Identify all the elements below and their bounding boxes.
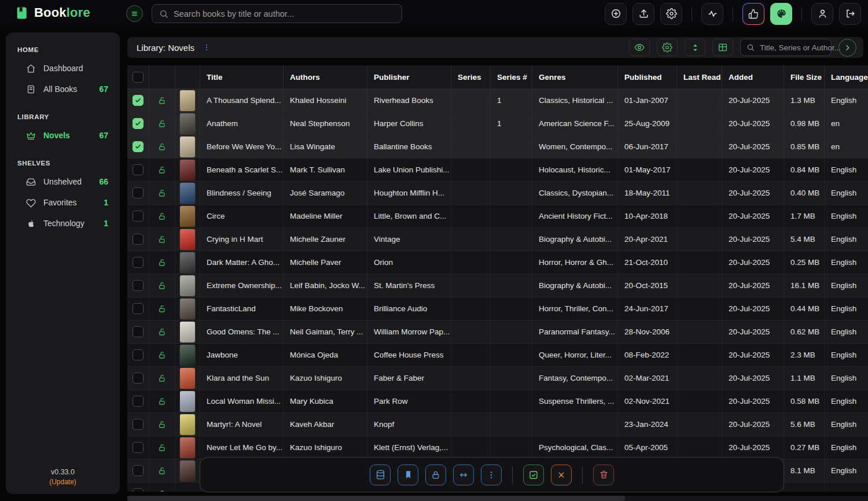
select-all-button[interactable] — [523, 465, 544, 485]
column-header-authors[interactable]: Authors — [284, 65, 367, 89]
unlock-icon[interactable] — [157, 212, 167, 221]
sidebar-item-favorites[interactable]: Favorites 1 — [6, 192, 120, 213]
unlock-icon[interactable] — [157, 443, 167, 452]
feedback-button[interactable] — [742, 3, 764, 25]
sidebar-toggle-button[interactable] — [126, 5, 143, 22]
book-cover-thumbnail[interactable] — [180, 206, 195, 227]
select-all-checkbox[interactable] — [133, 72, 144, 83]
logout-button[interactable] — [839, 3, 861, 25]
row-checkbox[interactable] — [133, 141, 144, 152]
unlock-icon[interactable] — [157, 189, 167, 198]
column-header-language[interactable]: Language — [825, 65, 868, 89]
library-options-button[interactable] — [203, 43, 211, 52]
column-header-published[interactable]: Published — [618, 65, 677, 89]
scrollbar-thumb[interactable] — [127, 496, 625, 501]
view-mode-button[interactable] — [712, 39, 733, 56]
row-checkbox[interactable] — [133, 326, 144, 337]
row-checkbox[interactable] — [133, 465, 144, 476]
unlock-icon[interactable] — [157, 281, 167, 290]
delete-button[interactable] — [593, 465, 614, 485]
unlock-icon[interactable] — [157, 304, 167, 314]
table-row[interactable]: Klara and the Sun Kazuo Ishiguro Faber &… — [127, 367, 868, 390]
table-row[interactable]: FantasticLand Mike Bockoven Brilliance A… — [127, 297, 868, 321]
book-cover-thumbnail[interactable] — [180, 90, 195, 111]
table-row[interactable]: Good Omens: The ... Neil Gaiman, Terry .… — [127, 321, 868, 344]
row-checkbox[interactable] — [133, 211, 144, 222]
unlock-icon[interactable] — [157, 235, 167, 244]
book-cover-thumbnail[interactable] — [180, 137, 195, 157]
row-checkbox[interactable] — [133, 442, 144, 453]
unlock-icon[interactable] — [157, 327, 167, 337]
book-cover-thumbnail[interactable] — [180, 345, 195, 366]
sort-button[interactable] — [685, 39, 705, 56]
table-row[interactable]: Dark Matter: A Gho... Michelle Paver Ori… — [127, 251, 868, 274]
global-search[interactable] — [152, 4, 402, 23]
unlock-icon[interactable] — [157, 351, 167, 360]
column-header-title[interactable]: Title — [200, 65, 284, 89]
table-row[interactable]: Beneath a Scarlet S... Mark T. Sullivan … — [127, 159, 868, 182]
row-checkbox[interactable] — [133, 373, 144, 384]
expand-button[interactable] — [838, 39, 856, 57]
table-row[interactable]: Anathem Neal Stephenson Harper Collins 1… — [127, 112, 868, 135]
row-checkbox[interactable] — [133, 187, 144, 198]
column-header-series[interactable]: Series — [451, 65, 491, 89]
column-header-genres[interactable]: Genres — [532, 65, 618, 89]
horizontal-scrollbar[interactable] — [127, 496, 868, 501]
book-cover-thumbnail[interactable] — [180, 252, 195, 273]
table-row[interactable]: Circe Madeline Miller Little, Brown and … — [127, 205, 868, 228]
table-row[interactable]: Blindness / Seeing José Saramago Houghto… — [127, 182, 868, 205]
sidebar-item-unshelved[interactable]: Unshelved 66 — [6, 171, 120, 192]
theme-button[interactable] — [770, 3, 792, 25]
row-checkbox[interactable] — [133, 303, 144, 314]
unlock-icon[interactable] — [157, 258, 167, 267]
settings-button[interactable] — [660, 3, 682, 25]
library-search[interactable] — [740, 39, 832, 56]
unlock-icon[interactable] — [157, 397, 167, 406]
fetch-metadata-button[interactable] — [370, 465, 391, 485]
activity-button[interactable] — [701, 3, 723, 25]
account-button[interactable] — [811, 3, 833, 25]
assign-shelf-button[interactable] — [398, 465, 418, 485]
column-header-file-size[interactable]: File Size — [784, 65, 825, 89]
row-checkbox[interactable] — [133, 95, 144, 106]
table-row[interactable]: Crying in H Mart Michelle Zauner Vintage… — [127, 228, 868, 251]
view-visibility-button[interactable] — [629, 39, 650, 56]
book-cover-thumbnail[interactable] — [180, 275, 195, 296]
row-checkbox[interactable] — [133, 164, 144, 175]
more-options-button[interactable] — [481, 465, 502, 485]
book-cover-thumbnail[interactable] — [180, 299, 195, 319]
sidebar-item-all-books[interactable]: All Books 67 — [6, 79, 120, 100]
row-checkbox[interactable] — [133, 488, 144, 492]
column-header-last-read[interactable]: Last Read — [677, 65, 722, 89]
book-cover-thumbnail[interactable] — [180, 113, 195, 134]
row-checkbox[interactable] — [133, 419, 144, 430]
sidebar-item-technology[interactable]: Technology 1 — [6, 213, 120, 234]
row-checkbox[interactable] — [133, 396, 144, 407]
lock-metadata-button[interactable] — [425, 465, 446, 485]
table-row[interactable]: Martyr!: A Novel Kaveh Akbar Knopf 23-Ja… — [127, 413, 868, 436]
book-cover-thumbnail[interactable] — [180, 437, 195, 458]
book-cover-thumbnail[interactable] — [180, 368, 195, 389]
row-checkbox[interactable] — [133, 118, 144, 129]
unlock-icon[interactable] — [157, 420, 167, 429]
add-book-button[interactable] — [605, 3, 627, 25]
book-cover-thumbnail[interactable] — [180, 461, 195, 481]
book-cover-thumbnail[interactable] — [180, 414, 195, 435]
unlock-icon[interactable] — [157, 142, 167, 152]
unlock-icon[interactable] — [157, 466, 167, 476]
table-row[interactable]: Local Woman Missi... Mary Kubica Park Ro… — [127, 390, 868, 413]
upload-button[interactable] — [632, 3, 654, 25]
table-row[interactable]: Before We Were Yo... Lisa Wingate Ballan… — [127, 135, 868, 159]
column-header-publisher[interactable]: Publisher — [367, 65, 451, 89]
unlock-icon[interactable] — [157, 96, 167, 105]
book-cover-thumbnail[interactable] — [180, 183, 195, 204]
unlock-icon[interactable] — [157, 119, 167, 128]
column-header-series-[interactable]: Series # — [491, 65, 532, 89]
table-row[interactable]: Extreme Ownership... Leif Babin, Jocko W… — [127, 274, 868, 297]
table-row[interactable]: Never Let Me Go by... Kazuo Ishiguro Kle… — [127, 436, 868, 459]
table-settings-button[interactable] — [657, 39, 678, 56]
sidebar-item-novels[interactable]: Novels 67 — [6, 125, 120, 146]
column-header-added[interactable]: Added — [722, 65, 784, 89]
update-link[interactable]: (Update) — [6, 478, 120, 486]
row-checkbox[interactable] — [133, 349, 144, 360]
